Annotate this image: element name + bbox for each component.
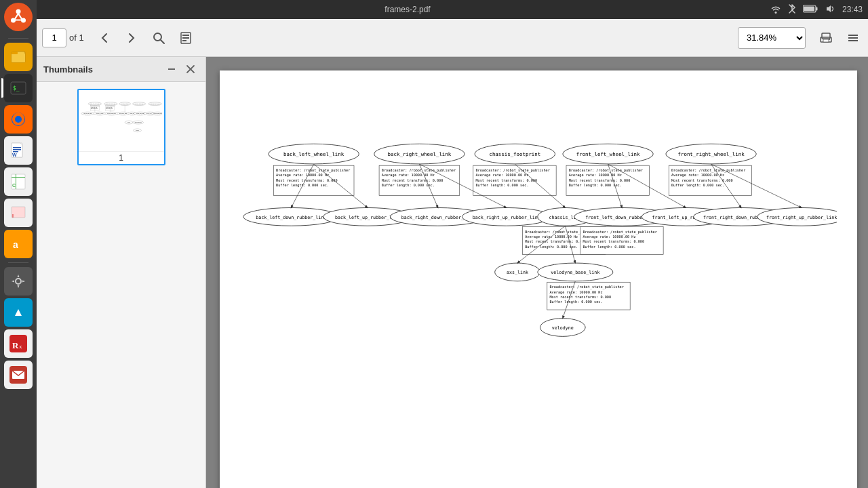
taskbar-libreoffice-impress-icon[interactable]: I [4, 199, 33, 227]
svg-text:Buffer length: 0.000 sec.: Buffer length: 0.000 sec. [583, 245, 635, 249]
svg-point-44 [829, 39, 830, 40]
thumbnail-image: back_left_wheel_link back_right_wheel_li… [79, 90, 164, 151]
svg-text:Average rate: 10000.00 Hz: Average rate: 10000.00 Hz [382, 174, 435, 178]
svg-rect-17 [12, 177, 25, 178]
svg-text:velodyne: velodyne [136, 130, 139, 131]
svg-point-25 [16, 279, 21, 284]
zoom-control: 10% 25% 31.84% 50% 75% 100% 125% 150% 20… [738, 27, 806, 49]
svg-text:velodyne: velodyne [552, 325, 574, 331]
search-button[interactable] [146, 26, 171, 50]
svg-text:Most recent transforms: 0.000: Most recent transforms: 0.000 [382, 178, 443, 182]
print-button[interactable] [814, 26, 838, 50]
menu-button[interactable] [841, 26, 865, 50]
svg-rect-47 [848, 40, 858, 41]
svg-text:$_: $_ [13, 85, 20, 92]
next-page-button[interactable] [119, 26, 144, 50]
document-area: back_left_wheel_link back_right_wheel_li… [206, 57, 868, 488]
diagram-svg: back_left_wheel_link back_right_wheel_li… [233, 84, 837, 450]
svg-text:I: I [12, 214, 14, 218]
svg-text:Average rate: 10000.00 Hz: Average rate: 10000.00 Hz [583, 235, 635, 239]
thumbnail-page-number: 1 [79, 151, 164, 164]
taskbar-separator-2 [8, 262, 28, 263]
svg-text:Buffer length: 0.000 sec.: Buffer length: 0.000 sec. [525, 245, 578, 249]
svg-text:Buffer length: 0.000 sec.: Buffer length: 0.000 sec. [382, 183, 435, 188]
svg-text:Broadcaster: /robot_state_publ: Broadcaster: /robot_state_publisher [569, 168, 643, 173]
svg-text:Average rate: 10000.00 Hz: Average rate: 10000.00 Hz [276, 174, 329, 178]
system-tray: 23:43 [770, 3, 863, 16]
svg-text:Broadcaster: /robot_state_publ: Broadcaster: /robot_state_publisher [382, 168, 456, 173]
svg-point-10 [15, 116, 22, 123]
thumbnail-area: back_left_wheel_link back_right_wheel_li… [37, 82, 205, 488]
page-number-input[interactable] [42, 28, 66, 47]
svg-text:Buffer length: 0.000 sec.: Buffer length: 0.000 sec. [475, 183, 528, 188]
page-total-label: of 1 [69, 33, 84, 43]
svg-text:Broadcaster: /robot_state_publ: Broadcaster: /robot_state_publisher [671, 168, 745, 173]
svg-text:Average rate: 10000.00 Hz: Average rate: 10000.00 Hz [671, 174, 724, 178]
taskbar-amazon-icon[interactable]: a [4, 230, 33, 258]
bluetooth-icon [788, 3, 796, 16]
clock: 23:43 [842, 5, 863, 14]
ubuntu-logo-icon[interactable] [4, 3, 33, 31]
svg-rect-40 [182, 40, 186, 41]
svg-text:Most recent transforms: 0.000: Most recent transforms: 0.000 [525, 239, 587, 243]
taskbar-settings-icon[interactable] [4, 267, 33, 296]
svg-text:W: W [12, 152, 17, 157]
svg-rect-43 [823, 39, 829, 42]
svg-rect-6 [12, 52, 18, 54]
svg-text:Buffer length: 0.000 sec.: Buffer length: 0.000 sec. [671, 183, 724, 188]
svg-text:Most recent transforms: 0.000: Most recent transforms: 0.000 [671, 178, 733, 182]
svg-text:front_right_up_rubber_link: front_right_up_rubber_link [766, 215, 837, 220]
taskbar-firefox-icon[interactable] [4, 105, 33, 134]
sidebar-header-icons [163, 61, 199, 77]
svg-text:Most recent transforms: 0.000: Most recent transforms: 0.000 [475, 178, 537, 182]
svg-text:C: C [12, 183, 16, 188]
taskbar-libreoffice-writer-icon[interactable]: W [4, 136, 33, 165]
svg-text:Broadcaster: /robot_state_publ: Broadcaster: /robot_state_publisher [550, 285, 624, 289]
svg-text:a: a [13, 239, 18, 250]
svg-text:Average rate: 10000.00 Hz: Average rate: 10000.00 Hz [569, 174, 622, 178]
thumbnail-page-1[interactable]: back_left_wheel_link back_right_wheel_li… [77, 89, 165, 165]
main-area: Thumbnails [37, 57, 868, 488]
svg-rect-5 [12, 54, 25, 62]
battery-icon [803, 5, 818, 15]
svg-text:back_right_wheel_link: back_right_wheel_link [388, 151, 452, 157]
sidebar-title: Thumbnails [43, 64, 93, 75]
taskbar-software-center-icon[interactable] [4, 298, 33, 327]
taskbar-wine-icon[interactable]: R x [4, 329, 33, 358]
sidebar: Thumbnails [37, 57, 206, 488]
svg-rect-33 [804, 6, 814, 11]
wifi-icon [770, 3, 781, 16]
svg-rect-48 [168, 68, 175, 70]
svg-text:back_left_down_rubber_link: back_left_down_rubber_link [256, 215, 326, 220]
svg-text:Buffer length: 0.000 sec.: Buffer length: 0.000 sec. [550, 300, 603, 304]
svg-text:Average rate: 10000.00 Hz: Average rate: 10000.00 Hz [525, 235, 578, 239]
svg-rect-46 [848, 37, 858, 39]
page-content: back_left_wheel_link back_right_wheel_li… [220, 70, 857, 488]
sidebar-collapse-button[interactable] [163, 61, 180, 77]
svg-text:Most recent transforms: 0.000: Most recent transforms: 0.000 [569, 178, 631, 182]
taskbar-email-icon[interactable] [4, 361, 33, 389]
svg-text:Broadcaster: /robot_state_publ: Broadcaster: /robot_state_publisher [583, 230, 656, 235]
sidebar-close-button[interactable] [182, 61, 199, 77]
svg-rect-34 [816, 7, 818, 10]
page-layout-button[interactable] [174, 26, 198, 50]
svg-text:Broadcaster: /robot_state_publ: Broadcaster: /robot_state_publisher [276, 168, 350, 173]
zoom-select[interactable]: 10% 25% 31.84% 50% 75% 100% 125% 150% 20… [738, 27, 806, 49]
title-bar: frames-2.pdf [37, 0, 868, 19]
prev-page-button[interactable] [92, 26, 117, 50]
taskbar-terminal-icon[interactable]: $_ [4, 74, 33, 102]
sound-icon [825, 3, 835, 16]
toolbar: of 1 10% 25% 31.84% [37, 19, 868, 57]
taskbar-files-icon[interactable] [4, 43, 33, 71]
toolbar-right [814, 26, 865, 50]
window-title: frames-2.pdf [45, 5, 770, 14]
sidebar-header: Thumbnails [37, 57, 205, 82]
taskbar-libreoffice-calc-icon[interactable]: C [4, 167, 33, 196]
svg-text:R: R [12, 340, 19, 350]
svg-text:chassis_footprint: chassis_footprint [489, 151, 540, 157]
page-navigation: of 1 [42, 28, 84, 47]
svg-rect-38 [182, 35, 189, 36]
svg-text:axs_link: axs_link [507, 270, 528, 275]
svg-rect-18 [16, 174, 16, 189]
svg-text:Most recent transforms: 0.000: Most recent transforms: 0.000 [583, 239, 644, 243]
